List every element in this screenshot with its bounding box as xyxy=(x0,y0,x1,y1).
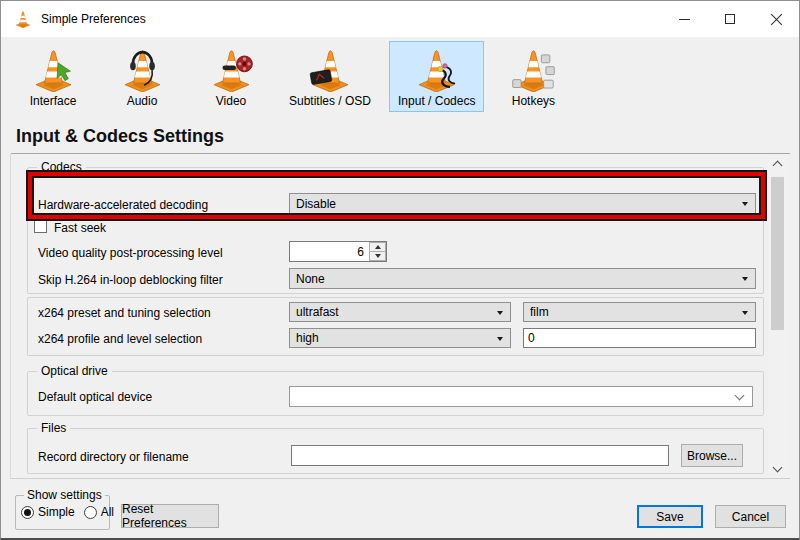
scroll-down-button[interactable] xyxy=(768,461,787,478)
x264-profile-label: x264 profile and level selection xyxy=(38,332,202,346)
x264-preset-select[interactable]: ultrafast xyxy=(289,302,511,322)
tab-video[interactable]: Video xyxy=(191,41,271,112)
spinner-buttons xyxy=(369,242,386,261)
window-controls xyxy=(661,1,799,37)
postproc-value: 6 xyxy=(290,242,369,261)
radio-all[interactable] xyxy=(84,506,97,519)
vertical-scrollbar[interactable] xyxy=(768,155,787,478)
files-group-label: Files xyxy=(37,421,70,435)
preferences-toolbar: Interface Audio Video xyxy=(13,41,573,112)
x264-tuning-value: film xyxy=(530,305,549,319)
chevron-down-icon xyxy=(742,277,748,281)
tab-label: Subtitles / OSD xyxy=(289,94,371,108)
x264-level-input[interactable] xyxy=(523,328,756,348)
vlc-cone-input-codecs-icon xyxy=(414,47,459,92)
vlc-cone-hotkeys-icon xyxy=(511,47,556,92)
tab-label: Interface xyxy=(30,94,77,108)
x264-preset-value: ultrafast xyxy=(296,305,339,319)
close-button[interactable] xyxy=(753,1,799,37)
vlc-cone-video-icon xyxy=(209,47,254,92)
highlight-annotation-box xyxy=(28,172,765,219)
deblock-label: Skip H.264 in-loop deblocking filter xyxy=(38,273,223,287)
x264-tuning-select[interactable]: film xyxy=(523,302,756,322)
maximize-button[interactable] xyxy=(707,1,753,37)
tab-hotkeys[interactable]: Hotkeys xyxy=(493,41,573,112)
reset-preferences-button[interactable]: Reset Preferences xyxy=(121,504,219,528)
show-settings-label: Show settings xyxy=(24,488,105,502)
save-button-label: Save xyxy=(656,510,683,524)
chevron-down-icon xyxy=(735,391,745,401)
optical-device-combobox[interactable] xyxy=(289,386,753,407)
minimize-button[interactable] xyxy=(661,1,707,37)
deblock-select[interactable]: None xyxy=(289,268,756,289)
maximize-icon xyxy=(725,14,735,24)
tab-label: Video xyxy=(216,94,246,108)
close-icon xyxy=(770,13,783,26)
scroll-down-icon xyxy=(773,463,783,473)
deblock-value: None xyxy=(296,272,325,286)
spin-down-icon xyxy=(375,254,381,258)
spin-up-icon xyxy=(375,245,381,249)
spin-up-button[interactable] xyxy=(369,242,386,252)
x264-profile-select[interactable]: high xyxy=(289,328,511,348)
titlebar: Simple Preferences xyxy=(1,1,799,37)
x264-preset-label: x264 preset and tuning selection xyxy=(38,306,211,320)
browse-button-label: Browse... xyxy=(687,449,737,463)
chevron-down-icon xyxy=(742,311,748,315)
record-directory-input[interactable] xyxy=(291,445,669,466)
radio-all-label: All xyxy=(101,505,114,519)
optical-drive-group-label: Optical drive xyxy=(37,364,112,378)
chevron-down-icon xyxy=(497,311,503,315)
optical-device-label: Default optical device xyxy=(38,390,152,404)
scrollbar-thumb[interactable] xyxy=(771,177,784,330)
reset-preferences-label: Reset Preferences xyxy=(122,502,218,530)
tab-label: Hotkeys xyxy=(512,94,555,108)
browse-button[interactable]: Browse... xyxy=(681,444,743,467)
fast-seek-checkbox[interactable] xyxy=(34,220,47,233)
fast-seek-label: Fast seek xyxy=(54,221,106,235)
page-title: Input & Codecs Settings xyxy=(16,126,224,147)
tab-interface[interactable]: Interface xyxy=(13,41,93,112)
radio-simple-label: Simple xyxy=(38,505,75,519)
radio-simple[interactable] xyxy=(21,506,34,519)
tab-label: Input / Codecs xyxy=(398,94,475,108)
window-title: Simple Preferences xyxy=(41,12,146,26)
postproc-label: Video quality post-processing level xyxy=(38,246,223,260)
tab-audio[interactable]: Audio xyxy=(102,41,182,112)
show-settings-options: Simple All xyxy=(21,505,119,519)
scroll-up-button[interactable] xyxy=(768,155,787,172)
show-settings-group: Show settings Simple All xyxy=(15,495,110,530)
cancel-button[interactable]: Cancel xyxy=(715,505,786,528)
vlc-app-icon xyxy=(14,10,32,28)
chevron-down-icon xyxy=(497,337,503,341)
postproc-spinbox[interactable]: 6 xyxy=(289,241,387,262)
vlc-cone-interface-icon xyxy=(31,47,76,92)
tab-input-codecs[interactable]: Input / Codecs xyxy=(389,41,484,112)
cancel-button-label: Cancel xyxy=(732,510,769,524)
save-button[interactable]: Save xyxy=(637,505,703,528)
tab-label: Audio xyxy=(127,94,158,108)
vlc-cone-audio-icon xyxy=(120,47,165,92)
x264-profile-value: high xyxy=(296,331,319,345)
minimize-icon xyxy=(679,19,690,20)
tab-subtitles-osd[interactable]: Subtitles / OSD xyxy=(280,41,380,112)
spin-down-button[interactable] xyxy=(369,252,386,261)
vlc-cone-subtitles-icon xyxy=(308,47,353,92)
record-directory-label: Record directory or filename xyxy=(38,450,189,464)
simple-preferences-dialog: Simple Preferences Interface Audio xyxy=(0,0,800,540)
scroll-up-icon xyxy=(773,161,783,171)
